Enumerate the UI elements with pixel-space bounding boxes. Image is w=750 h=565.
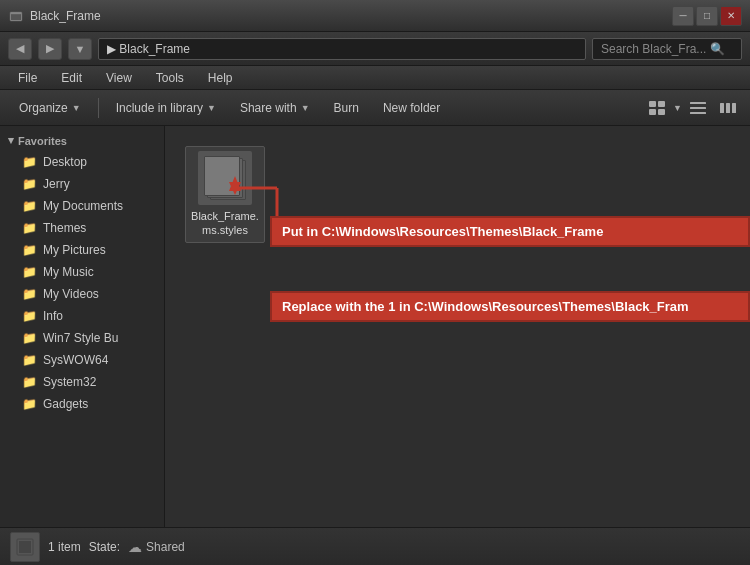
svg-rect-12 [732,103,736,113]
folder-icon: 📁 [22,375,37,389]
menu-bar: File Edit View Tools Help [0,66,750,90]
back-button[interactable]: ◀ [8,38,32,60]
sidebar-item-jerry[interactable]: 📁 Jerry [2,173,162,195]
status-state-label: State: [89,540,120,554]
minimize-button[interactable]: ─ [672,6,694,26]
view-tiles-button[interactable] [643,96,671,120]
folder-icon: 📁 [22,331,37,345]
sidebar-item-mydocuments[interactable]: 📁 My Documents [2,195,162,217]
shared-icon: ☁ [128,539,142,555]
sidebar-item-desktop[interactable]: 📁 Desktop [2,151,162,173]
folder-icon: 📁 [22,265,37,279]
sidebar: ▾ Favorites 📁 Desktop 📁 Jerry 📁 My Docum… [0,126,165,527]
annotation-text-2: Replace with the 1 in C:\Windows\Resourc… [282,299,689,314]
folder-icon: 📁 [22,199,37,213]
share-chevron: ▼ [301,103,310,113]
view-list-button[interactable] [684,96,712,120]
svg-rect-7 [690,102,706,104]
close-button[interactable]: ✕ [720,6,742,26]
sidebar-item-themes[interactable]: 📁 Themes [2,217,162,239]
view-chevron: ▼ [673,103,682,113]
svg-rect-11 [726,103,730,113]
folder-icon: 📁 [22,155,37,169]
sidebar-item-syswow64[interactable]: 📁 SysWOW64 [2,349,162,371]
stack-layer-3 [204,156,240,196]
window-title: Black_Frame [30,9,672,23]
include-library-button[interactable]: Include in library ▼ [105,96,227,120]
sidebar-item-mypictures[interactable]: 📁 My Pictures [2,239,162,261]
svg-rect-1 [11,14,21,20]
path-text: ▶ Black_Frame [107,42,190,56]
new-folder-button[interactable]: New folder [372,96,451,120]
status-bar: 1 item State: ☁ Shared [0,527,750,565]
window-controls: ─ □ ✕ [672,6,742,26]
folder-icon: 📁 [22,309,37,323]
sidebar-item-info[interactable]: 📁 Info [2,305,162,327]
svg-rect-10 [720,103,724,113]
annotation-text-1: Put in C:\Windows\Resources\Themes\Black… [282,224,603,239]
window-icon [8,8,24,24]
svg-rect-8 [690,107,706,109]
collapse-icon: ▾ [8,134,14,147]
burn-button[interactable]: Burn [323,96,370,120]
folder-icon: 📁 [22,177,37,191]
svg-rect-18 [19,541,31,553]
organize-button[interactable]: Organize ▼ [8,96,92,120]
address-bar: ◀ ▶ ▼ ▶ Black_Frame Search Black_Fra... … [0,32,750,66]
svg-rect-5 [649,109,656,115]
share-with-button[interactable]: Share with ▼ [229,96,321,120]
annotation-box-2: Replace with the 1 in C:\Windows\Resourc… [270,291,750,322]
menu-file[interactable]: File [8,69,47,87]
sidebar-item-system32[interactable]: 📁 System32 [2,371,162,393]
include-library-chevron: ▼ [207,103,216,113]
sidebar-item-mymusic[interactable]: 📁 My Music [2,261,162,283]
folder-icon: 📁 [22,397,37,411]
annotation-box-1: Put in C:\Windows\Resources\Themes\Black… [270,216,750,247]
menu-help[interactable]: Help [198,69,243,87]
folder-icon: 📁 [22,243,37,257]
organize-chevron: ▼ [72,103,81,113]
file-icon-stack [202,156,248,200]
search-placeholder: Search Black_Fra... [601,42,706,56]
menu-view[interactable]: View [96,69,142,87]
folder-icon: 📁 [22,353,37,367]
file-area[interactable]: Black_Frame.ms.styles Put in C:\Windows\… [165,126,750,527]
menu-tools[interactable]: Tools [146,69,194,87]
sidebar-item-myvideos[interactable]: 📁 My Videos [2,283,162,305]
favorites-section: ▾ Favorites 📁 Desktop 📁 Jerry 📁 My Docum… [0,130,164,415]
svg-rect-9 [690,112,706,114]
folder-icon: 📁 [22,287,37,301]
forward-button[interactable]: ▶ [38,38,62,60]
toolbar: Organize ▼ Include in library ▼ Share wi… [0,90,750,126]
status-shared: ☁ Shared [128,539,185,555]
sidebar-item-gadgets[interactable]: 📁 Gadgets [2,393,162,415]
view-details-button[interactable] [714,96,742,120]
maximize-button[interactable]: □ [696,6,718,26]
favorites-header: ▾ Favorites [0,130,164,151]
sidebar-item-win7style[interactable]: 📁 Win7 Style Bu [2,327,162,349]
menu-edit[interactable]: Edit [51,69,92,87]
search-box[interactable]: Search Black_Fra... 🔍 [592,38,742,60]
shared-text: Shared [146,540,185,554]
status-thumbnail [10,532,40,562]
title-bar: Black_Frame ─ □ ✕ [0,0,750,32]
svg-rect-3 [649,101,656,107]
file-label: Black_Frame.ms.styles [190,209,260,238]
main-area: ▾ Favorites 📁 Desktop 📁 Jerry 📁 My Docum… [0,126,750,527]
file-item-black-frame[interactable]: Black_Frame.ms.styles [185,146,265,243]
file-icon [198,151,252,205]
status-count: 1 item [48,540,81,554]
toolbar-separator [98,98,99,118]
view-controls: ▼ [643,96,742,120]
recent-button[interactable]: ▼ [68,38,92,60]
svg-rect-4 [658,101,665,107]
svg-rect-6 [658,109,665,115]
address-path[interactable]: ▶ Black_Frame [98,38,586,60]
folder-icon: 📁 [22,221,37,235]
search-icon: 🔍 [710,42,725,56]
